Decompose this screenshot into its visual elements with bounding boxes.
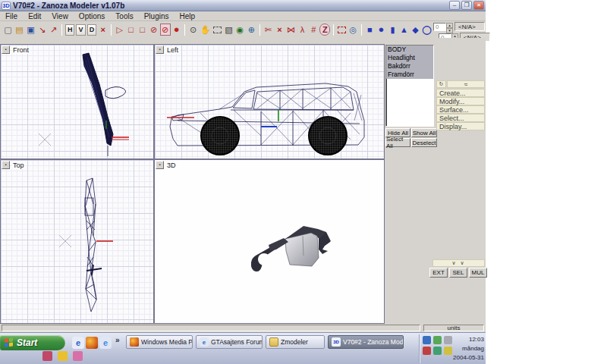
spin-arrows-top[interactable]: ▴▾ [446,23,453,31]
viewport-3d[interactable]: ▪ 3D [154,159,385,324]
open-file-icon[interactable]: ▤ [14,24,25,36]
top-view-canvas[interactable] [1,160,154,324]
taskbar-button-zmodeler-app[interactable]: 3D V70#2 - Zanoza Mod... [328,335,404,349]
primitive-cube-icon[interactable]: ■ [364,24,375,36]
list-item[interactable]: Bakdörr [386,62,433,71]
ie-quicklaunch-icon[interactable]: e [72,337,84,349]
taskbar-clock[interactable]: 12:03 måndag 2004-05-31 [449,335,484,362]
import-icon[interactable]: ↘ [37,24,48,36]
sel-mode-button[interactable]: SEL [449,268,467,278]
restore-button[interactable]: ❐ [461,1,472,10]
select-rect-icon[interactable] [336,24,347,36]
tray-icon-network[interactable] [423,336,431,344]
select-circle-icon[interactable]: ◎ [348,24,358,36]
minimize-button[interactable]: – [449,1,460,10]
primitive-sphere-icon[interactable]: ● [376,24,386,36]
media-player-quicklaunch-icon[interactable] [86,337,98,349]
list-item[interactable]: Headlight [386,54,433,62]
tray-app-icon-1[interactable] [42,351,52,361]
hide-box2-icon[interactable]: ⊘ [160,24,171,36]
mul-mode-button[interactable]: MUL [469,268,487,278]
scene-object-list[interactable]: BODY Headlight Bakdörr Framdörr [385,45,434,127]
display-menu-button[interactable]: Display... [436,122,485,130]
viewport-perspective-icon[interactable]: ▪ [156,161,164,169]
viewport-top[interactable]: ▪ Top [0,159,154,324]
bones-icon[interactable]: # [308,24,319,36]
wave-tool-icon[interactable]: ≈ [447,80,485,88]
viewport-maximize-icon[interactable]: ▪ [156,46,164,54]
zoom-icon[interactable]: ⊙ [188,24,199,36]
viewport-front[interactable]: ▪ Front [0,44,154,159]
deselect-button[interactable]: Deselect [411,138,437,147]
ext-mode-button[interactable]: EXT [429,268,448,278]
v-view-button[interactable]: V [76,24,85,36]
scissors-icon[interactable]: ✄ [263,24,273,36]
show-all-button[interactable]: Show All [411,128,437,137]
quicklaunch-overflow-icon[interactable]: » [115,336,120,344]
viewport-maximize-icon[interactable]: ▪ [2,161,10,169]
wire-box-icon[interactable]: □ [126,24,137,36]
spheres-icon[interactable]: ◉ [234,24,245,36]
wire-cube-icon[interactable]: ▧ [223,24,234,36]
front-view-canvas[interactable] [1,45,154,159]
wire-box2-icon[interactable]: □ [137,24,148,36]
red-sphere-icon[interactable]: ● [171,24,182,36]
d-view-button[interactable]: D [87,24,96,36]
mirror-icon[interactable]: ⋈ [285,24,296,36]
primitive-cylinder-icon[interactable]: ▮ [387,24,398,36]
primitive-ellipsoid-icon[interactable]: ◆ [410,24,420,36]
left-view-canvas[interactable] [155,45,385,159]
globe-icon[interactable]: ⊕ [246,24,256,36]
h-view-button[interactable]: H [65,24,74,36]
primitive-torus-icon[interactable]: ◯ [421,24,432,36]
na-field-top[interactable]: <N/A> [454,22,485,31]
bend-icon[interactable]: λ [297,24,307,36]
taskbar: Start e e » Windows Media Player e GTAsa… [0,332,486,364]
surface-menu-button[interactable]: Surface... [436,105,485,114]
menu-file[interactable]: File [0,12,23,20]
taskbar-button-forum[interactable]: e GTAsajtens Forum ->... [196,335,263,349]
toolbar: ▢ ▤ ▣ ↘ ↗ H V D × ▷ □ □ ⊘ ⊘ ● ⊙ ✋ ▧ ◉ ⊕ … [0,21,432,38]
z-tool-button[interactable]: Z [319,24,330,36]
new-file-icon[interactable]: ▢ [3,24,14,36]
list-item[interactable]: BODY [386,46,433,54]
viewport-maximize-icon[interactable]: ▪ [2,46,10,54]
menu-tools[interactable]: Tools [110,12,138,20]
tray-app-icon-3[interactable] [73,351,83,361]
spin-value-top[interactable]: 0 [433,23,446,31]
zoom-region-icon[interactable] [212,24,222,36]
start-button[interactable]: Start [0,335,65,350]
tray-icon-red[interactable] [423,347,431,355]
list-item[interactable]: Framdörr [386,71,433,79]
weld-icon[interactable]: × [274,24,285,36]
create-menu-button[interactable]: Create... [436,89,485,97]
primitive-cone-icon[interactable]: ▲ [398,24,409,36]
close-button[interactable]: × [473,1,484,10]
modify-menu-button[interactable]: Modify... [436,97,485,105]
browser-quicklaunch-icon[interactable]: e [99,337,112,349]
menu-bar: File Edit View Options Tools Plugins Hel… [0,12,486,21]
save-icon[interactable]: ▣ [26,24,36,36]
hide-box-icon[interactable]: ⊘ [149,24,159,36]
tray-app-icon-2[interactable] [58,351,68,361]
flag-icon[interactable]: ▷ [115,24,125,36]
menu-plugins[interactable]: Plugins [139,12,175,20]
select-menu-button[interactable]: Select... [436,114,485,122]
menu-view[interactable]: View [46,12,74,20]
menu-help[interactable]: Help [175,12,201,20]
select-all-button[interactable]: Select All [385,138,410,147]
tray-icon-globe[interactable] [433,336,442,344]
collapse-chevron-icon[interactable]: ∨ ∨ [432,259,485,267]
export-icon[interactable]: ↗ [49,24,59,36]
taskbar-button-zmodeler-folder[interactable]: Zmodeler [266,335,325,349]
menu-options[interactable]: Options [74,12,110,20]
threed-view-canvas[interactable] [155,160,385,324]
menu-edit[interactable]: Edit [23,12,46,20]
tray-icon-green[interactable] [433,347,442,355]
viewport-left[interactable]: ▪ Left [154,44,385,159]
taskbar-button-media-player[interactable]: Windows Media Player [126,335,193,349]
pan-hand-icon[interactable]: ✋ [200,24,212,36]
axes-icon[interactable]: × [98,24,109,36]
refresh-icon[interactable]: ↻ [436,80,446,88]
title-bar[interactable]: 3D V70#2 - Zanoza Modeler v1.07b – ❐ × [0,0,486,11]
